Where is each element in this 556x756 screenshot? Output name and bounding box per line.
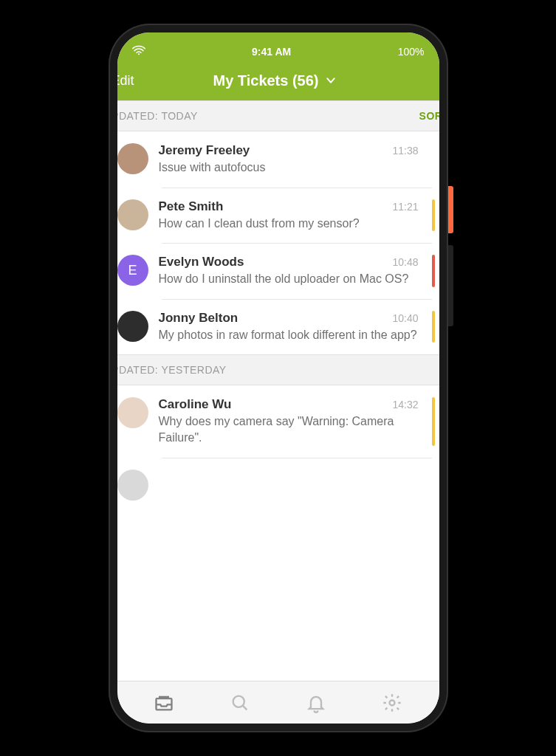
avatar: E <box>117 255 148 286</box>
phone-frame: 9:41 AM 100% Edit My Tickets (56) UPDATE… <box>109 24 448 732</box>
edit-button[interactable]: Edit <box>117 69 137 93</box>
ticket-row[interactable]: Jeremy Freeley11:38 Issue with autofocus <box>117 131 439 188</box>
priority-flag <box>432 143 435 176</box>
avatar-initial: E <box>128 263 137 278</box>
ticket-time: 14:32 <box>392 399 418 410</box>
chevron-down-icon <box>325 75 337 86</box>
ticket-time: 11:38 <box>392 145 418 157</box>
status-battery: 100% <box>398 46 425 58</box>
ticket-requester: Jonny Belton <box>159 311 238 326</box>
topbar: Edit My Tickets (56) <box>117 61 439 100</box>
status-time: 9:41 AM <box>145 46 398 58</box>
phone-side-button <box>448 245 453 326</box>
priority-flag <box>432 255 435 287</box>
tab-search[interactable] <box>230 693 250 713</box>
view-selector[interactable]: My Tickets (56) <box>137 72 413 89</box>
ticket-row[interactable]: Pete Smith11:21 How can I clean dust fro… <box>117 188 439 244</box>
tab-settings[interactable] <box>382 693 402 713</box>
ticket-requester: Caroline Wu <box>159 397 232 412</box>
priority-flag <box>432 199 435 232</box>
gear-icon <box>382 693 402 713</box>
section-label: UPDATED: YESTERDAY <box>117 364 227 376</box>
tab-notifications[interactable] <box>306 693 326 713</box>
wifi-icon <box>132 45 145 58</box>
ticket-subject: Why does my camera say "Warning: Camera … <box>159 413 420 445</box>
section-header: UPDATED: TODAY SORT <box>117 100 439 131</box>
avatar <box>117 397 148 428</box>
ticket-row[interactable] <box>117 458 439 501</box>
screen: 9:41 AM 100% Edit My Tickets (56) UPDATE… <box>117 32 439 724</box>
ticket-time: 10:40 <box>392 312 418 324</box>
tab-tickets[interactable] <box>154 693 174 713</box>
priority-flag <box>432 311 435 343</box>
ticket-subject: How do I uninstall the old uploader on M… <box>159 271 420 287</box>
ticket-time: 11:21 <box>392 201 418 213</box>
ticket-subject: Issue with autofocus <box>159 159 420 176</box>
ticket-time: 10:48 <box>392 256 418 268</box>
section-label: UPDATED: TODAY <box>117 110 198 122</box>
ticket-subject: How can I clean dust from my sensor? <box>159 216 420 232</box>
avatar <box>117 199 148 230</box>
svg-point-2 <box>233 695 244 707</box>
ticket-row[interactable]: Caroline Wu14:32 Why does my camera say … <box>117 385 439 457</box>
sort-button[interactable]: SORT <box>419 110 439 122</box>
ticket-row[interactable]: Jonny Belton10:40 My photos in raw forma… <box>117 299 439 355</box>
svg-point-0 <box>137 53 139 55</box>
avatar <box>117 311 148 342</box>
priority-flag <box>432 397 435 445</box>
ticket-list[interactable]: UPDATED: TODAY SORT Jeremy Freeley11:38 … <box>117 100 439 681</box>
section-header: UPDATED: YESTERDAY <box>117 354 439 385</box>
search-icon <box>230 693 250 713</box>
ticket-row[interactable]: E Evelyn Woods10:48 How do I uninstall t… <box>117 243 439 299</box>
tabbar <box>117 681 439 724</box>
bell-icon <box>306 693 326 713</box>
inbox-icon <box>154 693 174 713</box>
ticket-requester: Evelyn Woods <box>159 255 244 269</box>
phone-side-accent <box>448 186 453 233</box>
ticket-subject: My photos in raw format look different i… <box>159 327 420 343</box>
avatar <box>117 470 148 501</box>
view-title: My Tickets (56) <box>213 72 319 89</box>
svg-point-3 <box>390 700 395 705</box>
status-bar: 9:41 AM 100% <box>117 32 439 61</box>
avatar <box>117 143 148 174</box>
ticket-requester: Jeremy Freeley <box>159 143 250 158</box>
ticket-requester: Pete Smith <box>159 199 224 214</box>
